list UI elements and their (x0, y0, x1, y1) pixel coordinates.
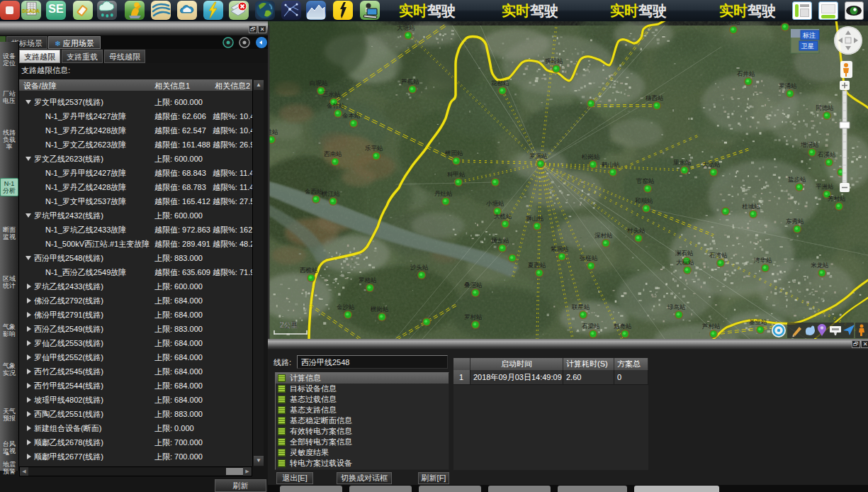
svg-text:魁奇站: 魁奇站 (614, 323, 632, 330)
svg-text:鹤山站: 鹤山站 (602, 161, 620, 168)
svg-text:夏西站: 夏西站 (528, 262, 546, 269)
svg-text:人和站: 人和站 (722, 21, 740, 26)
svg-text:江高站: 江高站 (774, 21, 792, 23)
svg-text:叠滘站: 叠滘站 (464, 281, 483, 289)
svg-text:东秀站: 东秀站 (786, 218, 804, 225)
svg-text:金西站: 金西站 (305, 188, 323, 195)
svg-text:里水站: 里水站 (673, 159, 692, 166)
svg-text:白坭站: 白坭站 (310, 79, 328, 86)
svg-text:大塘站: 大塘站 (397, 24, 415, 31)
svg-text:和顺站: 和顺站 (635, 197, 653, 204)
svg-text:桂城站: 桂城站 (742, 203, 760, 210)
svg-text:金竹站: 金竹站 (327, 102, 345, 109)
svg-text:芦苞站: 芦苞站 (401, 78, 419, 85)
svg-text:乐平站: 乐平站 (364, 145, 383, 152)
svg-text:小塘站: 小塘站 (486, 200, 505, 207)
svg-text:腰古站: 腰古站 (491, 237, 509, 244)
svg-text:官窑站: 官窑站 (636, 177, 655, 184)
svg-text:狮岭站: 狮岭站 (545, 57, 563, 65)
svg-text:深村站: 深村站 (594, 232, 613, 239)
svg-text:松岗站: 松岗站 (582, 153, 600, 160)
svg-text:芦村站: 芦村站 (702, 323, 721, 330)
svg-text:金本站: 金本站 (342, 112, 361, 119)
svg-text:横岗站: 横岗站 (370, 306, 389, 313)
svg-text:科甲站: 科甲站 (447, 171, 466, 178)
svg-text:石湾站: 石湾站 (709, 252, 728, 259)
svg-text:穗西站: 穗西站 (645, 94, 664, 101)
svg-text:沙头站: 沙头站 (410, 264, 429, 271)
svg-text:米龙站: 米龙站 (811, 262, 829, 269)
svg-text:横江站: 横江站 (321, 190, 340, 197)
svg-text:绿岛站: 绿岛站 (667, 303, 686, 311)
svg-text:狮山站: 狮山站 (526, 215, 544, 222)
svg-text:西南站: 西南站 (324, 150, 342, 157)
svg-text:罗村站: 罗村站 (464, 313, 483, 320)
svg-text:三水站: 三水站 (322, 91, 341, 98)
svg-text:紫洞站: 紫洞站 (551, 245, 569, 252)
svg-text:石溪站: 石溪站 (818, 151, 836, 158)
svg-text:平洲站: 平洲站 (816, 183, 834, 190)
svg-text:村头站: 村头站 (626, 227, 646, 234)
svg-text:花都站: 花都站 (491, 79, 509, 86)
svg-text:罗涌站: 罗涌站 (779, 82, 797, 89)
svg-text:湾华站: 湾华站 (753, 257, 772, 264)
svg-text:增滘站: 增滘站 (800, 141, 819, 148)
svg-text:标注: 标注 (802, 32, 816, 39)
svg-text:张槎站: 张槎站 (580, 255, 598, 262)
svg-text:罗洞站: 罗洞站 (529, 152, 548, 160)
svg-text:盐步站: 盐步站 (788, 176, 806, 183)
svg-text:基业站: 基业站 (749, 318, 767, 325)
svg-text:横田站: 横田站 (444, 150, 463, 157)
svg-text:石梁站: 石梁站 (582, 323, 600, 330)
svg-text:大沥站: 大沥站 (702, 161, 721, 168)
svg-text:2公里: 2公里 (280, 321, 298, 329)
svg-text:石井站: 石井站 (737, 70, 755, 77)
svg-text:金沙站: 金沙站 (337, 303, 355, 311)
svg-text:联星站: 联星站 (571, 303, 590, 311)
svg-text:罗格站: 罗格站 (359, 276, 377, 284)
svg-text:西樵站: 西樵站 (300, 267, 318, 274)
svg-text:丹灶站: 丹灶站 (434, 190, 453, 197)
svg-text:芳村站: 芳村站 (828, 195, 846, 202)
svg-text:SCADA: SCADA (22, 9, 40, 13)
svg-text:澜石站: 澜石站 (675, 250, 694, 257)
svg-text:大福站: 大福站 (676, 259, 694, 266)
svg-text:同德站: 同德站 (816, 104, 834, 111)
svg-text:大榄站: 大榄站 (494, 213, 512, 220)
svg-text:卫星: 卫星 (801, 43, 814, 50)
